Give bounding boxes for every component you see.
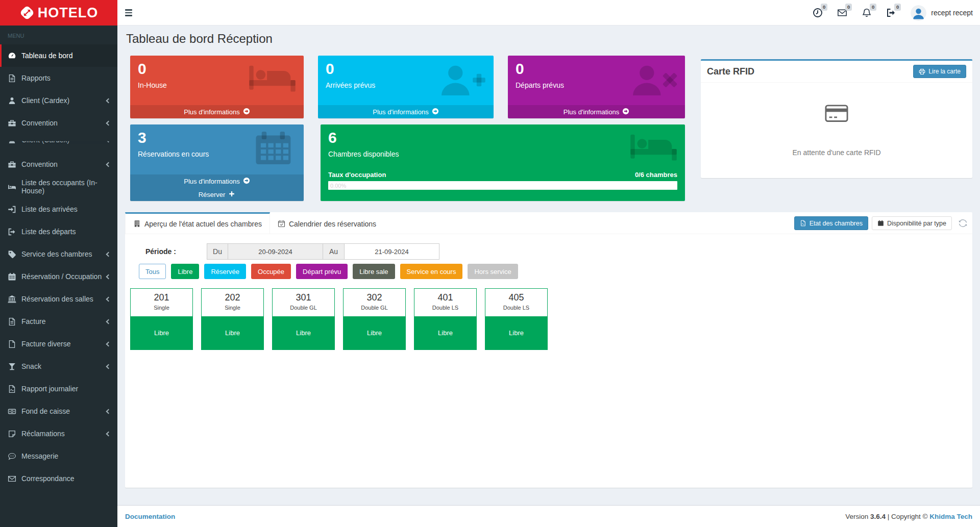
sidebar-item-label: Client (Cardex): [21, 96, 69, 105]
sidebar-item-client-cardex-duplicate[interactable]: Client (Cardex): [0, 134, 117, 153]
sidebar-item-label: Tableau de bord: [21, 52, 72, 60]
envelope-icon[interactable]: 0: [837, 8, 847, 18]
sign-out-icon[interactable]: 0: [886, 8, 896, 18]
refresh-icon[interactable]: [959, 219, 967, 228]
rfid-waiting-text: En attente d'une carte RFID: [701, 148, 972, 157]
hotelo-logo-icon: [19, 5, 35, 20]
sidebar-item-liste-des-d-parts[interactable]: Liste des départs: [0, 220, 117, 243]
sidebar-item-snack[interactable]: Snack: [0, 355, 117, 378]
room-card-302[interactable]: 302Double GLLibre: [343, 288, 406, 350]
user-icon: [8, 96, 16, 105]
file-text-icon: [8, 74, 16, 83]
sidebar-item-fond-de-caisse[interactable]: Fond de caisse: [0, 400, 117, 422]
room-type: Double LS: [414, 305, 476, 311]
bell-icon[interactable]: 0: [862, 8, 872, 18]
room-status-badge: Libre: [344, 316, 405, 349]
etat-des-chambres-button[interactable]: Etat des chambres: [794, 216, 868, 230]
filter-service-en-cours-button[interactable]: Service en cours: [400, 264, 463, 279]
print-icon: [919, 68, 925, 75]
arrow-circle-icon: [243, 108, 250, 116]
filter-libre-button[interactable]: Libre: [171, 264, 199, 279]
status-filters: TousLibreRéservéeOccupéeDépart prévuLibr…: [139, 264, 972, 279]
room-card-301[interactable]: 301Double GLLibre: [272, 288, 335, 350]
room-card-401[interactable]: 401Double LSLibre: [414, 288, 477, 350]
room-card-201[interactable]: 201SingleLibre: [130, 288, 193, 350]
sidebar-item-facture[interactable]: Facture: [0, 310, 117, 333]
sidebar-item-facture-diverse[interactable]: Facture diverse: [0, 333, 117, 355]
notification-badge: 0: [870, 4, 876, 11]
stat-card-chambres-disponibles: 6Chambres disponiblesTaux d'occupation0/…: [321, 124, 685, 201]
card-footer-link[interactable]: Plus d'informations: [130, 105, 304, 118]
brand-name: HOTELO: [38, 5, 99, 21]
filter-r-serv-e-button[interactable]: Réservée: [204, 264, 246, 279]
main-footer: Documentation Version 3.6.4 | Copyright …: [117, 505, 980, 527]
tab-aper-u-de-l-tat-actuel-des-chambres[interactable]: Aperçu de l'état actuel des chambres: [125, 212, 270, 234]
file-pdf-icon: [8, 385, 16, 393]
sidebar-item-correspondance[interactable]: Correspondance: [0, 467, 117, 490]
date-to-input[interactable]: [345, 243, 439, 260]
sidebar-item-label: Rapports: [21, 74, 51, 82]
stat-card-r-servations-en-cours: 3Réservations en coursPlus d'information…: [130, 124, 304, 201]
sidebar-item-label: Liste des arrivées: [21, 205, 78, 213]
card-footer-label: Plus d'informations: [564, 108, 619, 116]
card-footer-link[interactable]: Plus d'informations: [130, 174, 304, 188]
sidebar-item-r-servation-occupation[interactable]: Réservation / Occupation: [0, 265, 117, 288]
envelope-icon: [8, 474, 16, 483]
main-content: Tableau de bord Réception 0In-HousePlus …: [117, 26, 980, 505]
user-menu[interactable]: recept recept: [911, 5, 973, 21]
hamburger-menu-button[interactable]: [125, 0, 148, 26]
notification-badge: 0: [845, 4, 852, 11]
date-from-input[interactable]: [228, 243, 323, 260]
sidebar-item-messagerie[interactable]: Messagerie: [0, 445, 117, 467]
sidebar-item-r-clamations[interactable]: Réclamations: [0, 422, 117, 445]
filter-libre-sale-button[interactable]: Libre sale: [353, 264, 395, 279]
filter-d-part-pr-vu-button[interactable]: Départ prévu: [296, 264, 348, 279]
sidebar-item-convention[interactable]: Convention: [0, 112, 117, 134]
sidebar-item-convention[interactable]: Convention: [0, 153, 117, 175]
sidebar-item-rapport-journalier[interactable]: Rapport journalier: [0, 378, 117, 400]
calendar-icon: [248, 132, 297, 165]
card-footer-link[interactable]: Plus d'informations: [508, 105, 685, 118]
clock-icon[interactable]: 0: [813, 8, 823, 18]
sidebar-item-label: Service des chambres: [21, 250, 92, 258]
filter-hors-service-button[interactable]: Hors service: [468, 264, 518, 279]
card-footer-link[interactable]: Plus d'informations: [318, 105, 494, 118]
chevron-left-icon: [106, 431, 111, 436]
card-footer-label: Plus d'informations: [184, 178, 239, 185]
room-type: Single: [202, 305, 263, 311]
tag-icon: [8, 250, 16, 259]
sidebar-item-liste-des-arriv-es[interactable]: Liste des arrivées: [0, 198, 117, 220]
building-icon: [133, 220, 141, 228]
disponibilit-par-type-button[interactable]: Disponibilité par type: [872, 216, 952, 230]
footer-version: Version 3.6.4 | Copyright © Khidma Tech: [845, 513, 972, 520]
sidebar-item-r-servation-des-salles[interactable]: Réservation des salles: [0, 288, 117, 310]
sidebar-item-tableau-de-bord[interactable]: Tableau de bord: [0, 44, 117, 67]
room-card-202[interactable]: 202SingleLibre: [201, 288, 264, 350]
sidebar-item-label: Correspondance: [21, 474, 75, 483]
tab-label: Aperçu de l'état actuel des chambres: [144, 220, 262, 228]
documentation-link[interactable]: Documentation: [125, 513, 175, 520]
room-status-badge: Libre: [485, 316, 547, 349]
read-rfid-card-button[interactable]: Lire la carte: [913, 65, 966, 78]
chevron-left-icon: [106, 162, 111, 167]
room-number: 405: [485, 292, 547, 303]
tab-calendrier-des-r-servations[interactable]: Calendrier des réservations: [270, 214, 384, 234]
sidebar-item-liste-des-occupants-in-house[interactable]: Liste des occupants (In-House): [0, 175, 117, 198]
sidebar-item-service-des-chambres[interactable]: Service des chambres: [0, 243, 117, 265]
sidebar-item-label: Rapport journalier: [21, 385, 78, 393]
app-logo[interactable]: HOTELO: [0, 0, 117, 26]
page-title: Tableau de bord Réception: [126, 31, 972, 47]
filter-tous-button[interactable]: Tous: [139, 264, 166, 279]
sidebar-menu: Tableau de bordRapportsClient (Cardex)Co…: [0, 44, 117, 490]
company-link[interactable]: Khidma Tech: [929, 513, 972, 520]
filter-occup-e-button[interactable]: Occupée: [251, 264, 291, 279]
chevron-left-icon: [106, 341, 111, 346]
room-type: Double GL: [273, 305, 334, 311]
chevron-left-icon: [106, 98, 111, 103]
room-number: 201: [131, 292, 192, 303]
sidebar-item-client-cardex[interactable]: Client (Cardex): [0, 89, 117, 112]
card-footer-link[interactable]: Réserver: [130, 188, 304, 201]
sidebar-item-rapports[interactable]: Rapports: [0, 67, 117, 89]
date-to-addon: Au: [323, 243, 345, 260]
room-card-405[interactable]: 405Double LSLibre: [485, 288, 548, 350]
